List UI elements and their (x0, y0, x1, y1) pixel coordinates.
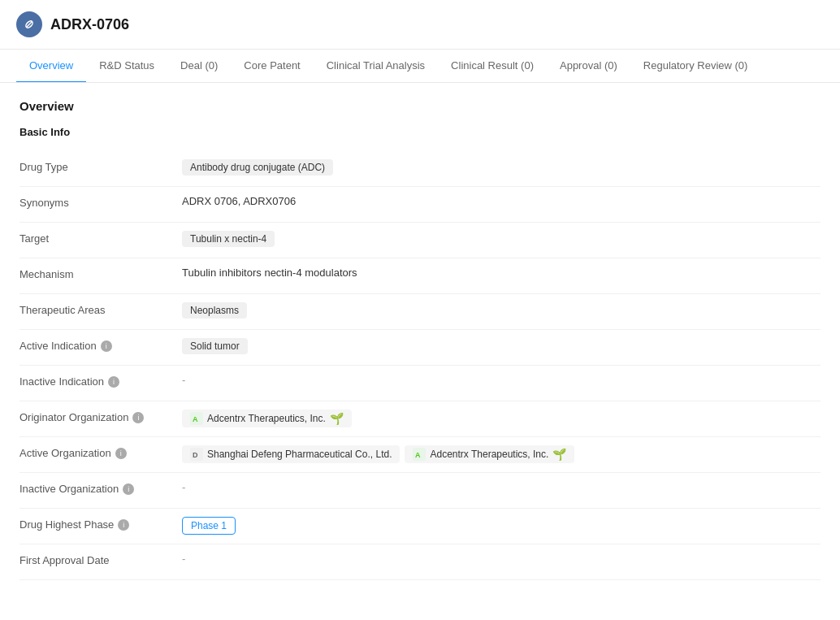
value-inactive-indication: - (182, 374, 821, 386)
label-synonyms: Synonyms (19, 195, 182, 209)
label-mechanism: Mechanism (19, 267, 182, 280)
value-synonyms: ADRX 0706, ADRX0706 (182, 195, 821, 207)
active-org-tag-defeng[interactable]: D Shanghai Defeng Pharmaceutical Co., Lt… (182, 445, 400, 463)
tab-approval[interactable]: Approval (0) (547, 50, 630, 83)
label-drug-highest-phase: Drug Highest Phase i (19, 517, 182, 531)
tab-rd-status[interactable]: R&D Status (86, 50, 167, 83)
value-drug-type: Antibody drug conjugate (ADC) (182, 159, 821, 176)
target-tag[interactable]: Tubulin x nectin-4 (182, 231, 275, 247)
tab-core-patent[interactable]: Core Patent (231, 50, 313, 83)
label-active-org: Active Organization i (19, 445, 182, 459)
info-icon-inactive-org[interactable]: i (123, 483, 134, 495)
active-org-tag-adcentrx[interactable]: A Adcentrx Therapeutics, Inc. 🌱 (405, 445, 574, 463)
row-active-indication: Active Indication i Solid tumor (19, 330, 821, 366)
label-inactive-indication: Inactive Indication i (19, 374, 182, 388)
row-inactive-indication: Inactive Indication i - (19, 366, 821, 401)
tab-clinical-trial[interactable]: Clinical Trial Analysis (314, 50, 438, 83)
svg-text:D: D (193, 451, 198, 459)
label-target: Target (19, 231, 182, 245)
org-logo-defeng: D (190, 448, 203, 461)
phase-tag[interactable]: Phase 1 (182, 517, 236, 535)
tab-deal[interactable]: Deal (0) (167, 50, 231, 83)
row-target: Target Tubulin x nectin-4 (19, 223, 821, 258)
org-logo-adcentrx-active: A (413, 448, 426, 461)
row-originator-org: Originator Organization i A Adcentrx The… (19, 401, 821, 437)
value-first-approval-date: - (182, 553, 821, 565)
subsection-title: Basic Info (19, 126, 821, 138)
row-drug-type: Drug Type Antibody drug conjugate (ADC) (19, 151, 821, 187)
therapeutic-areas-tag[interactable]: Neoplasms (182, 302, 247, 319)
org-logo-adcentrx-originator: A (190, 412, 203, 425)
tab-clinical-result[interactable]: Clinical Result (0) (438, 50, 547, 83)
label-active-indication: Active Indication i (19, 338, 182, 352)
tab-bar: Overview R&D Status Deal (0) Core Patent… (0, 50, 840, 83)
tab-regulatory-review[interactable]: Regulatory Review (0) (630, 50, 761, 83)
drug-id: ADRX-0706 (50, 16, 129, 33)
value-drug-highest-phase: Phase 1 (182, 517, 821, 535)
value-active-indication: Solid tumor (182, 338, 821, 354)
value-inactive-org: - (182, 481, 821, 493)
svg-text:A: A (415, 451, 421, 459)
label-inactive-org: Inactive Organization i (19, 481, 182, 495)
verified-icon-originator: 🌱 (330, 412, 344, 425)
label-originator-org: Originator Organization i (19, 410, 182, 423)
row-mechanism: Mechanism Tubulin inhibitors nectin-4 mo… (19, 258, 821, 294)
label-first-approval-date: First Approval Date (19, 553, 182, 566)
row-first-approval-date: First Approval Date - (19, 544, 821, 580)
value-mechanism: Tubulin inhibitors nectin-4 modulators (182, 267, 821, 279)
label-drug-type: Drug Type (19, 159, 182, 173)
tab-overview[interactable]: Overview (16, 50, 86, 83)
drug-icon (16, 11, 42, 37)
info-icon-drug-highest-phase[interactable]: i (118, 519, 129, 531)
drug-type-tag: Antibody drug conjugate (ADC) (182, 159, 333, 176)
value-target: Tubulin x nectin-4 (182, 231, 821, 247)
row-inactive-org: Inactive Organization i - (19, 473, 821, 509)
section-title: Overview (19, 99, 821, 113)
row-drug-highest-phase: Drug Highest Phase i Phase 1 (19, 509, 821, 544)
row-therapeutic-areas: Therapeutic Areas Neoplasms (19, 294, 821, 330)
page-header: ADRX-0706 (0, 0, 840, 50)
label-therapeutic-areas: Therapeutic Areas (19, 302, 182, 316)
value-active-org: D Shanghai Defeng Pharmaceutical Co., Lt… (182, 445, 821, 463)
main-content: Overview Basic Info Drug Type Antibody d… (0, 83, 840, 596)
svg-text:A: A (193, 415, 198, 423)
value-originator-org: A Adcentrx Therapeutics, Inc. 🌱 (182, 410, 821, 427)
active-indication-tag[interactable]: Solid tumor (182, 338, 248, 354)
row-active-org: Active Organization i D Shanghai Defeng … (19, 437, 821, 473)
value-therapeutic-areas: Neoplasms (182, 302, 821, 319)
info-icon-active-org[interactable]: i (115, 448, 127, 459)
info-icon-active-indication[interactable]: i (101, 340, 112, 352)
originator-org-tag[interactable]: A Adcentrx Therapeutics, Inc. 🌱 (182, 410, 352, 427)
verified-icon-active: 🌱 (552, 448, 566, 461)
info-icon-inactive-indication[interactable]: i (108, 376, 119, 388)
info-icon-originator-org[interactable]: i (132, 412, 144, 423)
row-synonyms: Synonyms ADRX 0706, ADRX0706 (19, 187, 821, 223)
